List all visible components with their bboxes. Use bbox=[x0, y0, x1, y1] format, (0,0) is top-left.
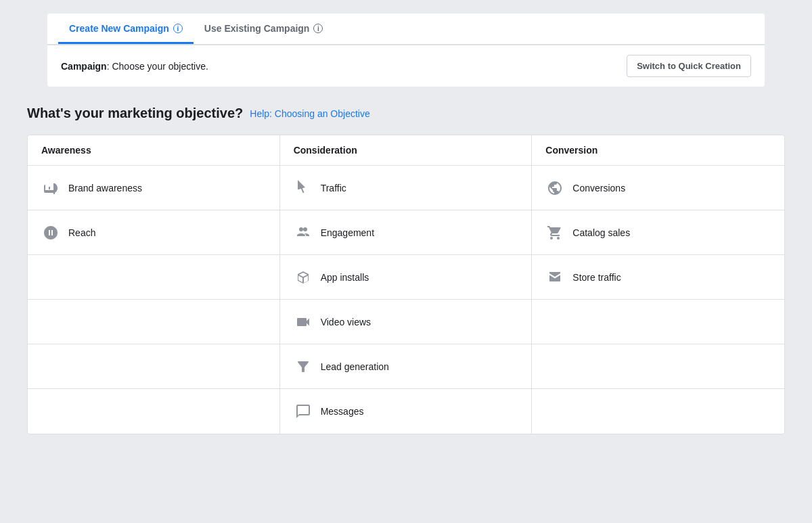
messages-label: Messages bbox=[321, 406, 364, 417]
objective-item-messages[interactable]: Messages bbox=[280, 389, 532, 434]
objective-item-brand-awareness[interactable]: Brand awareness bbox=[28, 166, 279, 210]
conversion-empty-2 bbox=[532, 344, 784, 389]
awareness-empty-3 bbox=[28, 344, 279, 389]
chat-icon bbox=[294, 402, 313, 421]
objective-item-lead-generation[interactable]: Lead generation bbox=[280, 344, 532, 389]
col-header-conversion: Conversion bbox=[532, 135, 784, 166]
col-conversion: Conversions Catalog sales bbox=[532, 166, 784, 434]
objective-item-engagement[interactable]: Engagement bbox=[280, 210, 532, 255]
campaign-label-text: : Choose your objective. bbox=[107, 61, 208, 72]
awareness-empty-4 bbox=[28, 389, 279, 434]
campaign-label-bold: Campaign bbox=[61, 61, 107, 72]
use-existing-info-icon[interactable]: i bbox=[313, 24, 323, 33]
objective-item-store-traffic[interactable]: Store traffic bbox=[532, 255, 784, 300]
campaign-header: Campaign: Choose your objective. Switch … bbox=[47, 45, 765, 87]
video-views-label: Video views bbox=[321, 317, 371, 327]
tab-create-new-label: Create New Campaign bbox=[69, 23, 169, 34]
objective-item-app-installs[interactable]: App installs bbox=[280, 255, 532, 300]
table-body: Brand awareness Reach bbox=[28, 166, 784, 434]
svg-point-0 bbox=[299, 227, 303, 231]
conversions-label: Conversions bbox=[572, 183, 625, 194]
reach-icon bbox=[41, 223, 60, 242]
col-awareness: Brand awareness Reach bbox=[28, 166, 280, 434]
col-consideration: Traffic Engagement bbox=[280, 166, 533, 434]
conversion-empty-3 bbox=[532, 389, 784, 434]
conversion-empty-1 bbox=[532, 300, 784, 344]
app-installs-label: App installs bbox=[321, 272, 369, 283]
traffic-label: Traffic bbox=[321, 183, 346, 194]
megaphone-icon bbox=[41, 179, 60, 198]
tab-use-existing[interactable]: Use Existing Campaign i bbox=[194, 14, 334, 44]
tab-create-new[interactable]: Create New Campaign i bbox=[58, 14, 194, 44]
switch-to-quick-creation-button[interactable]: Switch to Quick Creation bbox=[627, 55, 751, 77]
create-new-info-icon[interactable]: i bbox=[173, 24, 183, 33]
brand-awareness-label: Brand awareness bbox=[68, 183, 142, 194]
objective-title: What's your marketing objective? bbox=[27, 106, 243, 121]
awareness-empty-2 bbox=[28, 300, 279, 344]
svg-point-1 bbox=[303, 227, 307, 231]
reach-label: Reach bbox=[68, 227, 95, 238]
objective-item-video-views[interactable]: Video views bbox=[280, 300, 532, 344]
engagement-icon bbox=[294, 223, 313, 242]
catalog-sales-label: Catalog sales bbox=[572, 227, 630, 238]
objective-title-row: What's your marketing objective? Help: C… bbox=[27, 106, 785, 121]
box-icon bbox=[294, 268, 313, 287]
tab-use-existing-label: Use Existing Campaign bbox=[204, 23, 310, 34]
objective-item-traffic[interactable]: Traffic bbox=[280, 166, 532, 210]
cursor-icon bbox=[294, 179, 313, 198]
awareness-empty-1 bbox=[28, 255, 279, 300]
cart-icon bbox=[545, 223, 564, 242]
objective-item-catalog-sales[interactable]: Catalog sales bbox=[532, 210, 784, 255]
campaign-label: Campaign: Choose your objective. bbox=[61, 61, 208, 72]
main-content: What's your marketing objective? Help: C… bbox=[14, 87, 798, 448]
objective-item-reach[interactable]: Reach bbox=[28, 210, 279, 255]
video-icon bbox=[294, 313, 313, 332]
col-header-awareness: Awareness bbox=[28, 135, 280, 166]
store-traffic-label: Store traffic bbox=[572, 272, 621, 283]
engagement-label: Engagement bbox=[321, 227, 374, 238]
store-icon bbox=[545, 268, 564, 287]
tabs-bar: Create New Campaign i Use Existing Campa… bbox=[47, 14, 765, 45]
help-link[interactable]: Help: Choosing an Objective bbox=[250, 108, 369, 119]
globe-icon bbox=[545, 179, 564, 198]
campaign-card: Create New Campaign i Use Existing Campa… bbox=[47, 14, 765, 87]
table-header-row: Awareness Consideration Conversion bbox=[28, 135, 784, 166]
col-header-consideration: Consideration bbox=[280, 135, 533, 166]
objective-item-conversions[interactable]: Conversions bbox=[532, 166, 784, 210]
funnel-icon bbox=[294, 357, 313, 376]
lead-generation-label: Lead generation bbox=[321, 361, 389, 372]
objective-table: Awareness Consideration Conversion Brand… bbox=[27, 135, 785, 434]
